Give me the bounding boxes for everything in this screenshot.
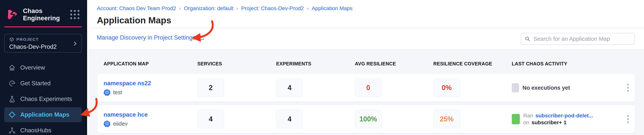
application-map-cell: namespace ns22 — [104, 80, 197, 96]
search-input[interactable] — [533, 36, 631, 42]
kubernetes-icon — [104, 89, 110, 96]
services-count: 4 — [197, 110, 224, 128]
get-started-icon — [8, 80, 16, 87]
project-name: Chaos-Dev-Prod2 — [9, 44, 78, 50]
harness-chaos-logo-icon — [5, 8, 19, 20]
toolbar: Manage Discovery in Project Settings — [88, 28, 644, 50]
breadcrumb-separator: › — [236, 5, 238, 12]
row-options-menu-icon[interactable] — [627, 115, 630, 123]
manage-discovery-label: Manage Discovery in Project Settings — [97, 34, 196, 41]
row-options-menu-icon[interactable] — [627, 84, 630, 92]
app-switcher-grid-icon[interactable] — [70, 10, 80, 19]
project-selector[interactable]: PROJECT Chaos-Dev-Prod2 — [4, 34, 82, 52]
avg-resilience-value: 0 — [355, 78, 382, 97]
breadcrumb-account[interactable]: Account: Chaos Dev Team Prod2 — [97, 5, 176, 12]
application-map-link[interactable]: namespace hce — [104, 111, 197, 118]
sidebar-item-label: Get Started — [20, 80, 51, 87]
status-square-success — [512, 114, 520, 124]
column-header-avg-resilience: AVG RESILIENCE — [355, 61, 433, 66]
app-title: Chaos Engineering — [23, 7, 66, 22]
table-header-row: APPLICATION MAP SERVICES EXPERIMENTS AVG… — [98, 61, 635, 66]
activity-target: subscriber+ 1 — [532, 120, 566, 126]
environment-name: eiidev — [113, 121, 128, 127]
sidebar-item-chaoshubs[interactable]: ChaosHubs — [0, 123, 86, 135]
brand-accent-divider — [4, 26, 82, 27]
breadcrumb-application-maps[interactable]: Application Maps — [312, 5, 352, 12]
network-icon — [8, 127, 16, 134]
sidebar-nav: Overview Get Started Chaos Experiments — [0, 60, 86, 135]
manage-discovery-link[interactable]: Manage Discovery in Project Settings — [97, 34, 205, 41]
resilience-coverage-value: 0% — [433, 78, 460, 97]
column-header-resilience-coverage: RESILIENCE COVERAGE — [433, 61, 512, 66]
chevron-right-icon — [72, 41, 78, 46]
main-area: Account: Chaos Dev Team Prod2 › Organiza… — [88, 0, 644, 135]
breadcrumb: Account: Chaos Dev Team Prod2 › Organiza… — [88, 0, 644, 12]
sidebar-item-chaos-experiments[interactable]: Chaos Experiments — [0, 92, 86, 106]
breadcrumb-project[interactable]: Project: Chaos-Dev-Prod2 — [241, 5, 304, 12]
application-map-link[interactable]: namespace ns22 — [104, 80, 197, 87]
column-header-experiments: EXPERIMENTS — [276, 61, 355, 66]
activity-on-label: on — [523, 120, 529, 126]
page-title: Application Maps — [88, 12, 644, 26]
application-map-cell: namespace hce — [104, 111, 197, 127]
breadcrumb-separator: › — [178, 5, 181, 12]
home-icon — [8, 64, 16, 71]
sidebar-item-label: Overview — [20, 64, 45, 71]
sidebar-item-label: Application Maps — [20, 111, 70, 118]
last-chaos-activity-cell: No executions yet — [512, 83, 614, 92]
breadcrumb-organization[interactable]: Organization: default — [184, 5, 233, 12]
experiments-count: 4 — [276, 78, 303, 97]
column-header-services: SERVICES — [197, 61, 276, 66]
column-header-last-chaos-activity: LAST CHAOS ACTIVITY — [512, 61, 614, 66]
sidebar-item-label: ChaosHubs — [20, 127, 51, 134]
cube-icon — [9, 37, 14, 42]
target-icon — [8, 111, 16, 118]
search-icon — [524, 36, 530, 42]
last-chaos-activity-cell: Ran subscriber-pod-delet... on subscribe… — [512, 113, 614, 126]
search-box — [521, 33, 635, 45]
table-row[interactable]: namespace ns22 — [98, 74, 635, 102]
avg-resilience-value: 100% — [355, 110, 382, 128]
status-square-none — [512, 83, 519, 92]
column-header-application-map: APPLICATION MAP — [104, 61, 197, 66]
sidebar-item-overview[interactable]: Overview — [0, 60, 86, 75]
experiment-run-link[interactable]: subscriber-pod-delet... — [535, 113, 593, 119]
chaos-engineering-app: Chaos Engineering PROJECT Chaos-Dev-Prod… — [0, 0, 644, 135]
activity-ran-label: Ran — [523, 113, 533, 119]
environment-name: test — [113, 89, 122, 96]
experiments-count: 4 — [276, 110, 303, 128]
external-link-icon — [198, 34, 205, 41]
flask-icon — [8, 96, 16, 103]
services-count: 2 — [197, 78, 224, 97]
sidebar-header: Chaos Engineering — [0, 0, 86, 22]
application-maps-table: APPLICATION MAP SERVICES EXPERIMENTS AVG… — [88, 50, 644, 135]
kubernetes-icon — [104, 120, 110, 127]
project-label: PROJECT — [16, 37, 39, 42]
sidebar: Chaos Engineering PROJECT Chaos-Dev-Prod… — [0, 0, 87, 135]
activity-text: No executions yet — [522, 85, 570, 91]
table-row[interactable]: namespace hce — [98, 105, 635, 133]
resilience-coverage-value: 25% — [433, 110, 460, 128]
sidebar-item-label: Chaos Experiments — [20, 96, 72, 102]
sidebar-item-get-started[interactable]: Get Started — [0, 76, 86, 91]
breadcrumb-separator: › — [306, 5, 309, 12]
sidebar-item-application-maps[interactable]: Application Maps — [4, 107, 82, 122]
